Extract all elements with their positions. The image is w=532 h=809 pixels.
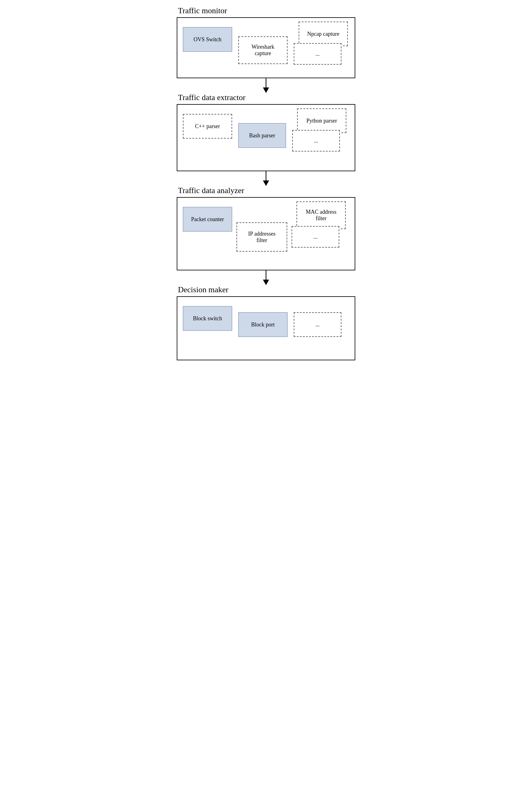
section4-content: Block switch Block port ... xyxy=(183,303,349,352)
ellipsis-1-label: ... xyxy=(316,51,320,57)
section-box-traffic-monitor: OVS Switch Wireshark capture Npcap captu… xyxy=(177,17,355,78)
section-box-traffic-data-analyzer: Packet counter IP addresses filter MAC a… xyxy=(177,197,355,270)
s3-right-group: MAC address filter ... xyxy=(291,204,339,247)
section1-content: OVS Switch Wireshark capture Npcap captu… xyxy=(183,24,349,70)
arrow-2 xyxy=(177,171,355,186)
s2-right-group: Python parser ... xyxy=(292,111,340,152)
packet-counter-label: Packet counter xyxy=(191,216,224,223)
arrow-3 xyxy=(177,270,355,285)
mac-address-filter-box: MAC address filter xyxy=(297,202,346,229)
packet-counter-box: Packet counter xyxy=(183,207,232,231)
diagram-container: Traffic monitor OVS Switch Wireshark cap… xyxy=(177,6,355,360)
bash-parser-box: Bash parser xyxy=(238,123,286,148)
s2-middle: Bash parser xyxy=(238,123,286,148)
section-label-traffic-monitor: Traffic monitor xyxy=(177,6,355,15)
cpp-parser-box: C++ parser xyxy=(183,114,232,139)
s3-left: Packet counter xyxy=(183,207,232,231)
section-box-traffic-data-extractor: C++ parser Bash parser Python parser ... xyxy=(177,104,355,171)
block-port-label: Block port xyxy=(251,322,275,328)
svg-marker-5 xyxy=(263,280,269,285)
python-parser-label: Python parser xyxy=(306,118,337,124)
s3-middle: IP addresses filter xyxy=(236,222,287,252)
npcap-capture-label: Npcap capture xyxy=(307,31,339,37)
wireshark-capture-label: Wireshark capture xyxy=(245,44,281,57)
ellipsis-4-box: ... xyxy=(294,312,341,337)
svg-marker-1 xyxy=(263,87,269,93)
ip-addresses-filter-label: IP addresses filter xyxy=(243,231,281,244)
bash-parser-label: Bash parser xyxy=(249,133,275,139)
ovs-switch-box: OVS Switch xyxy=(183,27,232,52)
section-box-decision-maker: Block switch Block port ... xyxy=(177,296,355,360)
section2-content: C++ parser Bash parser Python parser ... xyxy=(183,111,349,163)
ovs-switch-label: OVS Switch xyxy=(194,36,221,43)
ellipsis-1-box: ... xyxy=(294,43,341,65)
cpp-parser-label: C++ parser xyxy=(195,123,220,130)
svg-marker-3 xyxy=(263,180,269,186)
ellipsis-3-box: ... xyxy=(291,226,339,247)
python-parser-box: Python parser xyxy=(297,108,347,133)
wireshark-capture-box: Wireshark capture xyxy=(238,36,287,64)
s4-middle: Block port xyxy=(238,312,287,337)
section-label-traffic-data-extractor: Traffic data extractor xyxy=(177,93,355,102)
mac-address-filter-label: MAC address filter xyxy=(303,209,340,222)
ip-addresses-filter-box: IP addresses filter xyxy=(236,222,287,252)
block-switch-label: Block switch xyxy=(193,315,222,322)
arrow-1 xyxy=(177,78,355,93)
block-port-box: Block port xyxy=(238,312,287,337)
section-label-traffic-data-analyzer: Traffic data analyzer xyxy=(177,186,355,195)
section3-content: Packet counter IP addresses filter MAC a… xyxy=(183,204,349,262)
s2-left: C++ parser xyxy=(183,111,232,139)
s1-left: OVS Switch xyxy=(183,27,232,52)
section-label-decision-maker: Decision maker xyxy=(177,285,355,294)
s1-right-group: Npcap capture ... xyxy=(294,24,341,65)
block-switch-box: Block switch xyxy=(183,306,232,331)
ellipsis-4-label: ... xyxy=(316,322,320,328)
ellipsis-3-label: ... xyxy=(314,234,318,240)
ellipsis-2-label: ... xyxy=(314,138,318,144)
ellipsis-2-box: ... xyxy=(292,130,340,152)
s1-middle: Wireshark capture xyxy=(238,36,287,64)
s4-right: ... xyxy=(294,312,341,337)
s4-left: Block switch xyxy=(183,306,232,331)
npcap-capture-box: Npcap capture xyxy=(299,21,348,46)
